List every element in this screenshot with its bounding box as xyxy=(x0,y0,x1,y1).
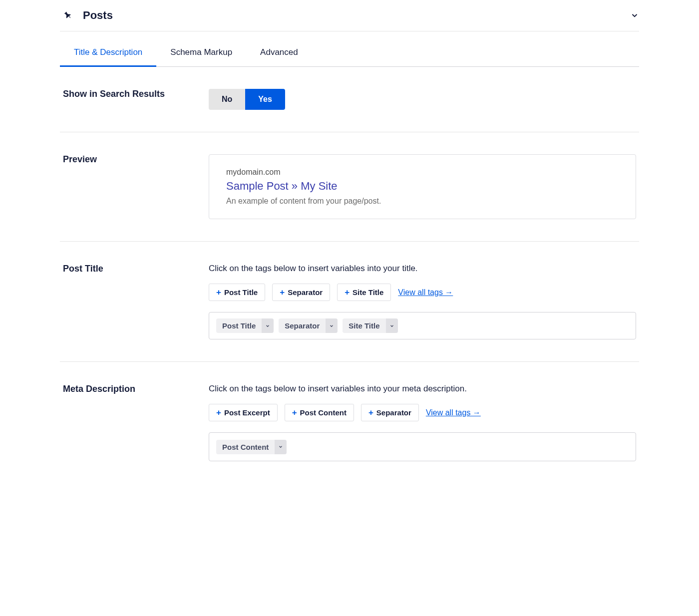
section-show-in-search: Show in Search Results No Yes xyxy=(60,67,639,132)
chip-separator[interactable]: Separator xyxy=(279,318,338,333)
page-title: Posts xyxy=(83,9,113,22)
preview-title: Sample Post » My Site xyxy=(226,180,619,193)
plus-icon: + xyxy=(280,288,285,297)
tab-title-description[interactable]: Title & Description xyxy=(60,39,156,67)
tag-post-title[interactable]: +Post Title xyxy=(209,284,265,301)
chip-post-title[interactable]: Post Title xyxy=(216,318,274,333)
tabs: Title & Description Schema Markup Advanc… xyxy=(60,39,639,67)
plus-icon: + xyxy=(216,288,221,297)
chip-label: Site Title xyxy=(343,318,385,333)
section-meta-description: Meta Description Click on the tags below… xyxy=(60,362,639,483)
tag-site-title[interactable]: +Site Title xyxy=(337,284,391,301)
tag-label: Post Content xyxy=(300,408,347,417)
tag-label: Post Excerpt xyxy=(224,408,270,417)
plus-icon: + xyxy=(368,408,373,417)
plus-icon: + xyxy=(216,408,221,417)
chevron-down-icon[interactable] xyxy=(326,318,338,333)
chip-site-title[interactable]: Site Title xyxy=(343,318,397,333)
section-header: Posts xyxy=(60,0,639,31)
tag-row: +Post Excerpt +Post Content +Separator V… xyxy=(209,404,636,421)
pin-icon xyxy=(63,10,74,21)
tag-post-content[interactable]: +Post Content xyxy=(285,404,354,421)
field-label: Show in Search Results xyxy=(63,89,209,99)
field-label: Post Title xyxy=(63,264,209,274)
chevron-down-icon[interactable] xyxy=(386,318,398,333)
post-title-input[interactable]: Post Title Separator Site Title xyxy=(209,312,636,339)
tag-label: Separator xyxy=(288,288,323,297)
chip-label: Post Content xyxy=(216,440,275,454)
show-in-search-toggle: No Yes xyxy=(209,89,285,110)
section-post-title: Post Title Click on the tags below to in… xyxy=(60,242,639,362)
view-all-tags-link[interactable]: View all tags → xyxy=(398,288,453,297)
meta-description-input[interactable]: Post Content xyxy=(209,432,636,461)
field-label: Meta Description xyxy=(63,384,209,394)
section-preview: Preview mydomain.com Sample Post » My Si… xyxy=(60,132,639,242)
chevron-down-icon[interactable] xyxy=(262,318,274,333)
tag-post-excerpt[interactable]: +Post Excerpt xyxy=(209,404,278,421)
chip-label: Separator xyxy=(279,318,326,333)
plus-icon: + xyxy=(292,408,297,417)
preview-box: mydomain.com Sample Post » My Site An ex… xyxy=(209,154,636,219)
chip-label: Post Title xyxy=(216,318,262,333)
toggle-yes[interactable]: Yes xyxy=(245,89,285,110)
plus-icon: + xyxy=(345,288,350,297)
tag-row: +Post Title +Separator +Site Title View … xyxy=(209,284,636,301)
tag-separator[interactable]: +Separator xyxy=(361,404,419,421)
preview-description: An example of content from your page/pos… xyxy=(226,197,619,206)
toggle-no[interactable]: No xyxy=(209,89,245,110)
collapse-toggle[interactable] xyxy=(630,11,639,20)
view-all-tags-link[interactable]: View all tags → xyxy=(426,408,481,417)
field-label: Preview xyxy=(63,154,209,165)
tag-label: Post Title xyxy=(224,288,258,297)
tag-label: Separator xyxy=(376,408,411,417)
help-text: Click on the tags below to insert variab… xyxy=(209,384,636,394)
chevron-down-icon[interactable] xyxy=(275,440,287,454)
help-text: Click on the tags below to insert variab… xyxy=(209,264,636,274)
tab-advanced[interactable]: Advanced xyxy=(246,39,312,67)
tab-schema-markup[interactable]: Schema Markup xyxy=(156,39,246,67)
tag-label: Site Title xyxy=(352,288,383,297)
chip-post-content[interactable]: Post Content xyxy=(216,440,287,454)
tag-separator[interactable]: +Separator xyxy=(272,284,330,301)
preview-domain: mydomain.com xyxy=(226,168,619,177)
